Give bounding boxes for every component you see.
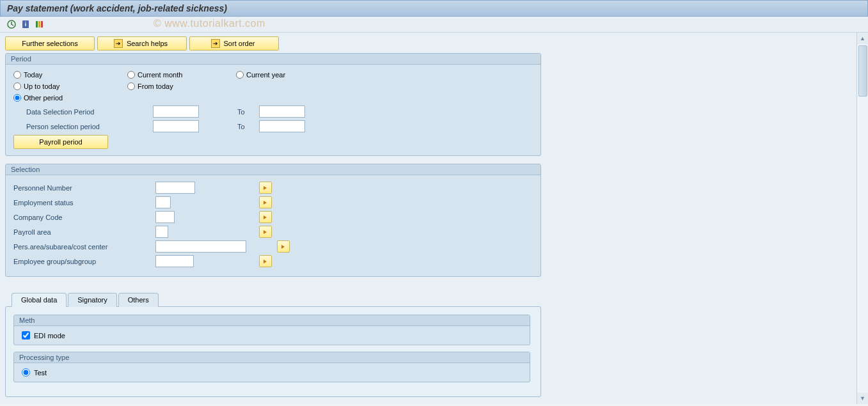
- scroll-up-icon[interactable]: ▲: [857, 33, 868, 44]
- scroll-track[interactable]: [857, 44, 868, 393]
- tab-global-data[interactable]: Global data: [12, 293, 67, 307]
- info-icon[interactable]: i: [20, 19, 31, 29]
- sort-order-label: Sort order: [224, 40, 255, 47]
- radio-up-to-today-label: Up to today: [24, 82, 59, 90]
- processing-type-group: Processing type Test: [13, 352, 530, 382]
- svg-rect-3: [36, 21, 38, 27]
- company-code-input[interactable]: [155, 211, 175, 223]
- radio-from-today-input[interactable]: [127, 82, 135, 90]
- company-code-multi-button[interactable]: [259, 211, 272, 223]
- tab-content: Meth EDI mode Processing type Test: [5, 306, 541, 397]
- radio-current-year-label: Current year: [246, 71, 285, 79]
- employee-group-label: Employee group/subgroup: [13, 258, 155, 265]
- title-bar: Pay statement (work accident, job-relate…: [0, 0, 868, 17]
- person-selection-period-from[interactable]: [153, 120, 199, 132]
- radio-from-today-label: From today: [138, 82, 173, 90]
- radio-up-to-today-input[interactable]: [13, 82, 21, 90]
- radio-today-label: Today: [24, 71, 42, 79]
- data-selection-period-to-label: To: [199, 108, 259, 116]
- employment-status-input[interactable]: [155, 196, 171, 208]
- page-title: Pay statement (work accident, job-relate…: [7, 3, 227, 13]
- variant-icon[interactable]: [35, 19, 45, 29]
- selection-group-body: Personnel Number Employment status Compa…: [6, 175, 541, 276]
- radio-other-period-label: Other period: [24, 94, 63, 102]
- execute-icon[interactable]: [6, 19, 17, 29]
- payroll-period-button[interactable]: Payroll period: [13, 135, 108, 149]
- sort-order-button[interactable]: ➔ Sort order: [189, 36, 279, 51]
- radio-current-month-label: Current month: [138, 71, 182, 79]
- radio-other-period[interactable]: Other period: [13, 94, 63, 102]
- employee-group-input[interactable]: [155, 255, 194, 267]
- person-selection-period-to[interactable]: [259, 120, 305, 132]
- test-radio[interactable]: [22, 368, 30, 377]
- scroll-thumb[interactable]: [858, 45, 867, 97]
- radio-current-month-input[interactable]: [127, 71, 135, 79]
- payroll-area-multi-button[interactable]: [259, 226, 272, 238]
- pers-area-label: Pers.area/subarea/cost center: [13, 243, 155, 251]
- further-selections-button[interactable]: Further selections: [5, 36, 95, 51]
- person-selection-period-label: Person selection period: [13, 123, 153, 130]
- radio-today[interactable]: Today: [13, 71, 121, 79]
- action-button-row: Further selections ➔ Search helps ➔ Sort…: [5, 36, 851, 51]
- employment-status-label: Employment status: [13, 199, 155, 207]
- personnel-number-multi-button[interactable]: [259, 182, 272, 194]
- svg-text:i: i: [25, 21, 27, 27]
- radio-current-year[interactable]: Current year: [236, 71, 285, 79]
- period-group: Period Today Current month Current year: [5, 53, 541, 156]
- pers-area-multi-button[interactable]: [277, 240, 290, 253]
- radio-up-to-today[interactable]: Up to today: [13, 82, 121, 90]
- selection-group: Selection Personnel Number Employment st…: [5, 164, 541, 277]
- arrow-right-icon: ➔: [114, 39, 123, 48]
- selection-group-title: Selection: [6, 164, 541, 175]
- company-code-label: Company Code: [13, 214, 155, 221]
- svg-rect-4: [38, 21, 40, 27]
- data-selection-period-from[interactable]: [153, 105, 199, 118]
- arrow-right-icon: ➔: [211, 39, 220, 48]
- personnel-number-input[interactable]: [155, 182, 195, 194]
- tab-row: Global data Signatory Others: [12, 292, 541, 306]
- personnel-number-label: Personnel Number: [13, 184, 155, 192]
- processing-type-title: Processing type: [14, 352, 530, 363]
- edi-mode-checkbox[interactable]: [22, 331, 30, 340]
- scroll-down-icon[interactable]: ▼: [857, 393, 868, 404]
- meth-group-title: Meth: [14, 315, 530, 326]
- employee-group-multi-button[interactable]: [259, 255, 272, 267]
- data-selection-period-label: Data Selection Period: [13, 108, 153, 116]
- main-area: Further selections ➔ Search helps ➔ Sort…: [0, 33, 868, 404]
- vertical-scrollbar[interactable]: ▲ ▼: [856, 33, 868, 404]
- svg-rect-5: [41, 21, 43, 27]
- edi-mode-label: EDI mode: [34, 332, 65, 340]
- period-group-body: Today Current month Current year Up to t…: [6, 65, 541, 155]
- data-selection-period-to[interactable]: [259, 105, 305, 118]
- search-helps-label: Search helps: [127, 40, 168, 47]
- payroll-area-label: Payroll area: [13, 228, 155, 236]
- radio-current-year-input[interactable]: [236, 71, 244, 79]
- payroll-area-input[interactable]: [155, 226, 168, 238]
- meth-group: Meth EDI mode: [13, 315, 530, 345]
- test-radio-label: Test: [34, 369, 47, 377]
- content-area: Further selections ➔ Search helps ➔ Sort…: [0, 33, 856, 404]
- pers-area-input[interactable]: [155, 240, 246, 253]
- person-selection-period-to-label: To: [199, 123, 259, 130]
- tabstrip: Global data Signatory Others Meth EDI mo…: [5, 292, 541, 397]
- radio-other-period-input[interactable]: [13, 94, 21, 102]
- toolbar: i: [0, 17, 868, 33]
- radio-today-input[interactable]: [13, 71, 21, 79]
- radio-from-today[interactable]: From today: [127, 82, 173, 90]
- period-group-title: Period: [6, 54, 541, 65]
- radio-current-month[interactable]: Current month: [127, 71, 230, 79]
- employment-status-multi-button[interactable]: [259, 196, 272, 208]
- tab-signatory[interactable]: Signatory: [68, 293, 116, 307]
- search-helps-button[interactable]: ➔ Search helps: [97, 36, 187, 51]
- tab-others[interactable]: Others: [118, 293, 159, 307]
